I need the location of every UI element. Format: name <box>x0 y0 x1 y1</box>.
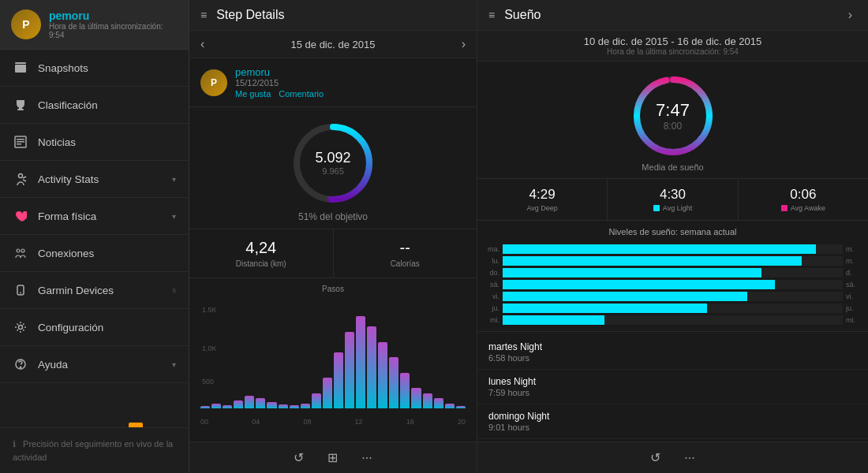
sleep-title: Sueño <box>504 8 844 22</box>
sidebar-item-configuracion[interactable]: Configuración <box>0 309 189 346</box>
activity-bar <box>129 423 143 428</box>
avg-awake-value: 0:06 <box>745 187 862 203</box>
sleep-more-icon[interactable]: ··· <box>684 451 694 465</box>
sidebar-item-activity-stats[interactable]: Activity Stats ▾ <box>0 161 189 198</box>
step-user-name: pemoru <box>235 66 324 78</box>
svg-rect-6 <box>17 141 24 143</box>
sleep-sync-label: Hora de la última sincronización: 9:54 <box>488 47 857 56</box>
sleep-next-arrow[interactable]: › <box>844 8 857 22</box>
step-bar <box>256 398 265 408</box>
steps-chart-section: Pasos 1.5K 1.0K 500 <box>189 278 477 441</box>
distance-value: 4,24 <box>197 239 325 257</box>
step-bar <box>345 332 354 409</box>
news-icon <box>13 134 28 150</box>
week-bar <box>503 256 802 266</box>
light-dot <box>653 205 660 211</box>
week-bar <box>503 304 707 313</box>
middle-toolbar: ↺ ⊞ ··· <box>189 441 477 473</box>
x-label-08: 08 <box>303 418 311 426</box>
sleep-chart-section: Niveles de sueño: semana actual ma. m. l… <box>477 221 868 332</box>
y-label-bot: 500 <box>202 378 214 385</box>
week-bar-container <box>503 280 843 289</box>
night-hours: 9:01 hours <box>488 423 857 432</box>
sidebar-item-forma-fisica[interactable]: Forma física ▾ <box>0 198 189 235</box>
sleep-refresh-icon[interactable]: ↺ <box>650 450 660 465</box>
svg-rect-3 <box>17 109 24 110</box>
info-icon: ℹ <box>13 439 16 449</box>
day-label: do. <box>485 269 499 277</box>
camera-icon <box>13 60 28 76</box>
step-bar <box>223 405 232 408</box>
sleep-value: 7:47 <box>656 100 690 121</box>
step-bar <box>301 404 310 409</box>
sleep-week-row: ma. m. <box>485 244 860 254</box>
night-hours: 7:59 hours <box>488 388 857 397</box>
right-label: ju. <box>846 304 860 312</box>
step-bar <box>423 393 432 409</box>
step-bar <box>279 404 288 408</box>
night-title: domingo Night <box>488 411 857 422</box>
sleep-week-bars: ma. m. lu. m. do. d. sá <box>485 244 860 325</box>
step-bar <box>267 402 276 408</box>
svg-rect-5 <box>17 139 24 140</box>
step-details-header: ≡ Step Details <box>189 0 477 31</box>
step-bar <box>323 378 332 408</box>
week-bar <box>503 315 604 325</box>
right-label: mi. <box>846 316 860 324</box>
comment-button[interactable]: Comentario <box>279 89 324 99</box>
sidebar-item-snapshots[interactable]: Snapshots <box>0 50 189 87</box>
sidebar-item-garmin-devices[interactable]: Garmin Devices s <box>0 272 189 309</box>
week-bar-container <box>503 315 843 325</box>
avg-awake-text: Avg Awake <box>791 204 825 212</box>
user-header: P pemoru Hora de la última sincronizació… <box>0 0 189 50</box>
sleep-week-row: do. d. <box>485 268 860 277</box>
svg-rect-0 <box>15 62 26 64</box>
x-label-00: 00 <box>200 418 208 426</box>
sleep-date-range: 10 de dic. de 2015 - 16 de dic. de 2015 … <box>477 31 868 61</box>
step-bar <box>389 357 398 408</box>
svg-rect-2 <box>19 106 22 109</box>
prev-date-arrow[interactable]: ‹ <box>196 37 209 51</box>
step-bar <box>456 406 466 408</box>
chart-label: Pasos <box>197 285 469 293</box>
sidebar-item-ayuda[interactable]: Ayuda ▾ <box>0 346 189 383</box>
sleep-week-row: sá. sá. <box>485 280 860 289</box>
svg-line-10 <box>23 180 26 181</box>
activity-bars-section <box>0 383 189 427</box>
step-bar <box>245 396 254 408</box>
settings-icon <box>13 319 28 335</box>
sleep-stats-row: 4:29 Avg Deep 4:30 Avg Light 0:06 Avg Aw… <box>477 179 868 221</box>
next-date-arrow[interactable]: › <box>457 37 470 51</box>
list-item: lunes Night 7:59 hours <box>477 370 868 404</box>
step-user-info: pemoru 15/12/2015 Me gusta Comentario <box>235 66 324 99</box>
sleep-circle-section: 7:47 8:00 Media de sueño <box>477 61 868 179</box>
step-bar <box>312 393 321 409</box>
sidebar-item-noticias[interactable]: Noticias <box>0 124 189 161</box>
right-label: m. <box>846 245 860 253</box>
x-label-20: 20 <box>458 418 466 426</box>
sleep-panel: ≡ Sueño › 10 de dic. de 2015 - 16 de dic… <box>477 0 868 473</box>
week-bar <box>503 280 775 289</box>
step-bar <box>334 352 343 409</box>
sidebar-item-label: Snapshots <box>38 62 176 74</box>
x-axis-labels: 00 04 08 12 16 20 <box>197 416 469 427</box>
step-user-avatar: P <box>200 69 227 96</box>
right-label: m. <box>846 257 860 265</box>
week-bar <box>503 268 761 277</box>
hamburger-icon[interactable]: ≡ <box>200 9 207 21</box>
sleep-hamburger-icon[interactable]: ≡ <box>488 9 495 21</box>
sleep-header: ≡ Sueño › <box>477 0 868 31</box>
svg-point-11 <box>17 249 20 252</box>
like-button[interactable]: Me gusta <box>235 89 271 99</box>
refresh-icon[interactable]: ↺ <box>294 450 304 465</box>
more-icon[interactable]: ··· <box>361 451 372 465</box>
grid-icon[interactable]: ⊞ <box>327 450 338 465</box>
day-label: sá. <box>485 281 499 289</box>
sidebar-item-conexiones[interactable]: Conexiones <box>0 235 189 272</box>
step-user-row: P pemoru 15/12/2015 Me gusta Comentario <box>189 58 477 107</box>
svg-point-14 <box>20 292 21 294</box>
x-label-12: 12 <box>355 418 363 426</box>
sync-indicator: s <box>173 286 177 294</box>
sidebar-item-clasificacion[interactable]: Clasificación <box>0 87 189 124</box>
sleep-week-row: lu. m. <box>485 256 860 266</box>
